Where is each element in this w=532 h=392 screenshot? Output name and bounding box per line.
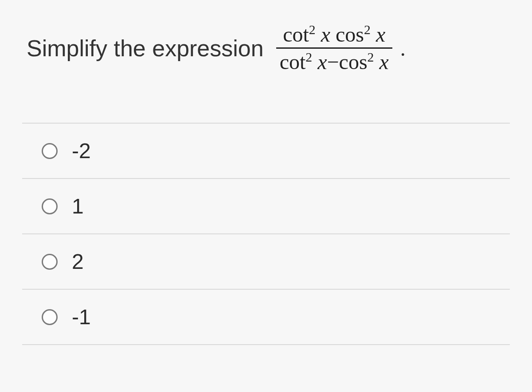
fraction-bar — [276, 47, 392, 49]
options-list: -2 1 2 -1 — [22, 123, 510, 345]
question-prompt: Simplify the expression — [27, 35, 264, 62]
fraction-numerator: cot2 x cos2 x — [279, 22, 389, 47]
option-label: -1 — [72, 305, 91, 329]
trailing-period: . — [400, 36, 406, 61]
radio-icon[interactable] — [42, 254, 58, 270]
radio-icon[interactable] — [42, 198, 58, 214]
fraction: cot2 x cos2 x cot2 x−cos2 x — [276, 22, 392, 74]
option-label: 2 — [72, 249, 84, 274]
fraction-denominator: cot2 x−cos2 x — [276, 50, 392, 74]
option-row[interactable]: -1 — [22, 290, 510, 345]
option-row[interactable]: 1 — [22, 179, 510, 234]
option-label: 1 — [72, 194, 84, 218]
radio-icon[interactable] — [42, 309, 58, 325]
option-label: -2 — [72, 139, 91, 163]
option-row[interactable]: 2 — [22, 234, 510, 290]
option-row[interactable]: -2 — [22, 123, 510, 179]
radio-icon[interactable] — [42, 143, 58, 159]
question-row: Simplify the expression cot2 x cos2 x co… — [22, 22, 510, 74]
